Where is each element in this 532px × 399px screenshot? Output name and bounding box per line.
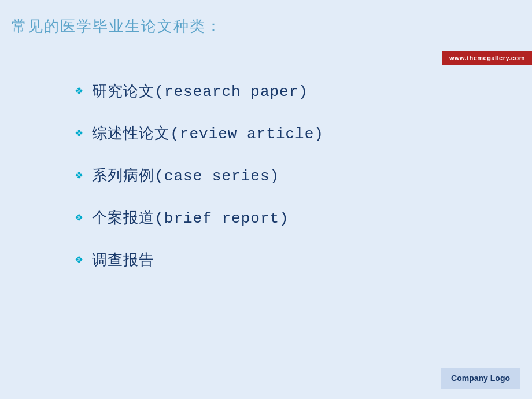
list-item: ❖ 研究论文(research paper) [75, 81, 497, 101]
website-badge: www.themegallery.com [442, 51, 532, 65]
list-item: ❖ 调查报告 [75, 250, 497, 270]
list-item: ❖ 综述性论文(review article) [75, 123, 497, 143]
list-item: ❖ 个案报道(brief report) [75, 208, 497, 228]
bullet-icon-1: ❖ [75, 85, 83, 98]
bullet-icon-2: ❖ [75, 127, 83, 140]
slide-title: 常见的医学毕业生论文种类： [12, 16, 222, 36]
item-text-5: 调查报告 [92, 250, 154, 270]
list-item: ❖ 系列病例(case series) [75, 165, 497, 186]
item-text-2: 综述性论文(review article) [92, 123, 324, 143]
bullet-icon-4: ❖ [75, 212, 83, 224]
item-text-1: 研究论文(research paper) [92, 81, 308, 101]
item-text-4: 个案报道(brief report) [92, 208, 289, 228]
content-area: ❖ 研究论文(research paper) ❖ 综述性论文(review ar… [75, 81, 497, 292]
slide-container: 常见的医学毕业生论文种类： www.themegallery.com ❖ 研究论… [0, 0, 532, 399]
item-text-3: 系列病例(case series) [92, 165, 279, 186]
bullet-icon-5: ❖ [75, 254, 83, 267]
company-logo: Company Logo [441, 368, 520, 389]
bullet-icon-3: ❖ [75, 169, 83, 182]
